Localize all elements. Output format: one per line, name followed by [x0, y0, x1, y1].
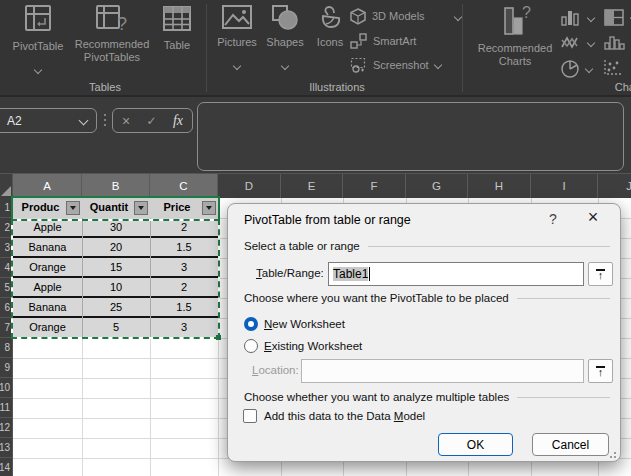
- recommended-pivottables-icon: ?: [72, 4, 152, 34]
- confirm-entry-icon[interactable]: ✓: [147, 114, 157, 128]
- row-header-11[interactable]: 11: [0, 398, 12, 418]
- column-header-D[interactable]: D: [218, 174, 281, 199]
- section-select-range-label: Select a table or range: [244, 240, 360, 252]
- cell-A1[interactable]: Produc: [13, 198, 68, 218]
- column-header-J[interactable]: J: [598, 174, 631, 199]
- data-model-checkbox[interactable]: [243, 409, 257, 423]
- pivottable-dropdown-icon[interactable]: [34, 66, 42, 74]
- screenshot-button[interactable]: Screenshot: [350, 57, 441, 73]
- column-header-E[interactable]: E: [281, 174, 343, 199]
- row-header-13[interactable]: 13: [0, 438, 12, 458]
- existing-worksheet-label[interactable]: Existing Worksheet: [264, 340, 362, 352]
- excel-window: PivotTable ? Recommended PivotTables: [0, 0, 631, 476]
- pictures-icon: [212, 4, 262, 32]
- dialog-help-button[interactable]: ?: [543, 211, 563, 227]
- insert-scatter-chart-button[interactable]: [603, 59, 623, 77]
- marching-ants-selection: [11, 219, 220, 339]
- row-header-8[interactable]: 8: [0, 338, 12, 358]
- name-box-value: A2: [7, 114, 22, 128]
- location-input[interactable]: [301, 359, 584, 383]
- table-range-collapse-button[interactable]: ↑: [588, 262, 613, 286]
- pie-chart-dropdown-icon[interactable]: [585, 65, 593, 73]
- column-header-H[interactable]: H: [468, 174, 531, 199]
- section-divider-line: [517, 397, 610, 398]
- table-button[interactable]: Table: [152, 4, 202, 52]
- ok-button[interactable]: OK: [438, 433, 513, 456]
- table-range-value: Table1: [333, 267, 368, 281]
- pictures-button[interactable]: Pictures: [212, 4, 262, 73]
- new-worksheet-radio[interactable]: [244, 317, 258, 331]
- row-header-1[interactable]: 1: [0, 198, 12, 218]
- dialog-resize-grip[interactable]: [610, 452, 616, 458]
- row-header-14[interactable]: 14: [0, 458, 12, 476]
- table-label: Table: [152, 39, 202, 52]
- insert-line-chart-button[interactable]: [560, 34, 594, 51]
- recommended-charts-icon: ?: [470, 4, 560, 38]
- existing-worksheet-radio[interactable]: [244, 339, 258, 353]
- 3d-models-dropdown-icon[interactable]: [453, 12, 461, 20]
- recommended-charts-button[interactable]: ? Recommended Charts: [470, 4, 560, 68]
- new-worksheet-label[interactable]: New Worksheet: [264, 318, 345, 330]
- data-model-label[interactable]: Add this data to the Data Model: [264, 410, 425, 422]
- table-header-row: Produc Quantit Price: [13, 198, 218, 218]
- pictures-label: Pictures: [212, 36, 262, 49]
- column-chart-dropdown-icon[interactable]: [587, 13, 595, 21]
- filter-arrow-icon: [206, 206, 212, 210]
- screenshot-icon: [350, 57, 367, 73]
- icons-button[interactable]: Icons: [308, 4, 352, 49]
- tables-group-label: Tables: [20, 81, 190, 93]
- screenshot-dropdown-icon[interactable]: [433, 61, 441, 69]
- formula-input[interactable]: [197, 102, 624, 171]
- select-all-corner[interactable]: [0, 174, 13, 199]
- collapse-dialog-arrow-icon: ↑: [598, 271, 604, 280]
- pictures-dropdown-icon[interactable]: [233, 62, 241, 70]
- filter-dropdown-button[interactable]: [134, 201, 148, 215]
- smartart-button[interactable]: SmartArt: [350, 33, 416, 49]
- shapes-dropdown-icon[interactable]: [281, 62, 289, 70]
- insert-pie-chart-button[interactable]: [560, 59, 592, 79]
- insert-hierarchy-chart-button[interactable]: [603, 8, 631, 27]
- recommended-pivottables-button[interactable]: ? Recommended PivotTables: [72, 4, 152, 64]
- dialog-close-button[interactable]: ×: [580, 207, 606, 228]
- column-chart-icon: [560, 8, 582, 27]
- selection-handle[interactable]: [216, 335, 221, 340]
- column-header-I[interactable]: I: [531, 174, 598, 199]
- 3d-models-button[interactable]: 3D Models: [350, 8, 461, 25]
- cancel-entry-icon[interactable]: ×: [122, 114, 130, 128]
- insert-column-chart-button[interactable]: [560, 8, 594, 27]
- collapse-dialog-arrow-icon: ↑: [598, 368, 604, 377]
- recommended-charts-label-2: Charts: [470, 55, 560, 68]
- column-header-A[interactable]: A: [13, 174, 82, 199]
- column-header-C[interactable]: C: [150, 174, 218, 199]
- line-chart-dropdown-icon[interactable]: [587, 38, 595, 46]
- formula-buttons-group: × ✓ fx: [112, 108, 193, 133]
- column-header-F[interactable]: F: [343, 174, 406, 199]
- filter-dropdown-button[interactable]: [66, 201, 80, 215]
- column-header-G[interactable]: G: [406, 174, 468, 199]
- shapes-button[interactable]: Shapes: [262, 4, 308, 73]
- name-box[interactable]: A2: [0, 108, 97, 133]
- scatter-chart-icon: [603, 59, 623, 77]
- insert-function-icon[interactable]: fx: [173, 113, 183, 129]
- section-select-range: Select a table or range: [244, 240, 610, 252]
- table-range-input[interactable]: Table1: [328, 262, 584, 286]
- charts-group-label: Charts: [600, 81, 631, 93]
- table-range-label: Table/Range:: [256, 267, 324, 279]
- recommended-charts-label-1: Recommended: [470, 42, 560, 55]
- cell-C1[interactable]: Price: [150, 198, 204, 218]
- row-header-9[interactable]: 9: [0, 358, 12, 378]
- row-header-12[interactable]: 12: [0, 418, 12, 438]
- location-collapse-button[interactable]: ↑: [588, 359, 613, 383]
- name-box-dropdown-icon[interactable]: [79, 116, 89, 126]
- smartart-icon: [350, 33, 367, 49]
- text-caret: [369, 267, 370, 281]
- cancel-button[interactable]: Cancel: [532, 433, 609, 456]
- group-separator: [206, 4, 207, 92]
- table-icon: [152, 4, 202, 34]
- row-header-10[interactable]: 10: [0, 378, 12, 398]
- cell-B1[interactable]: Quantit: [82, 198, 136, 218]
- pivottable-button[interactable]: PivotTable: [6, 4, 70, 77]
- filter-dropdown-button[interactable]: [202, 201, 216, 215]
- column-header-B[interactable]: B: [82, 174, 150, 199]
- insert-statistic-chart-button[interactable]: [603, 34, 625, 51]
